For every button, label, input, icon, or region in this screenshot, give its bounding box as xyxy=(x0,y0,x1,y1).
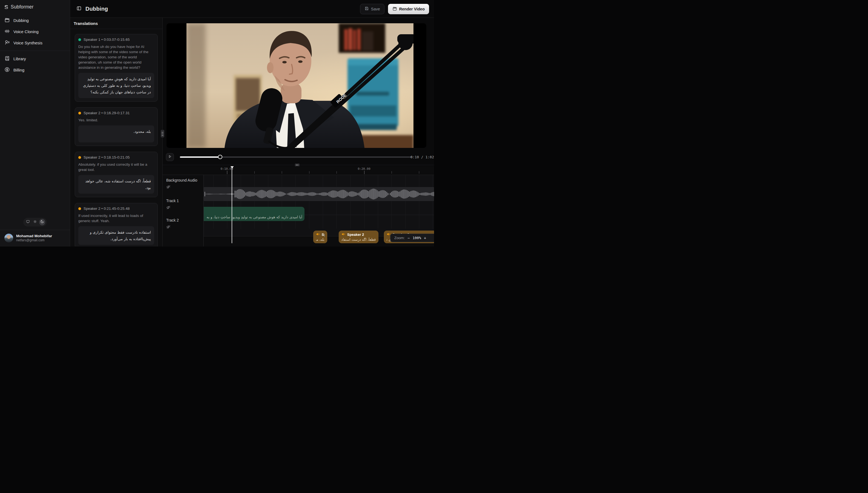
video-still: RODE xyxy=(186,23,414,148)
sidebar-item-dubbing[interactable]: Dubbing xyxy=(0,15,70,26)
segment-target-input[interactable]: استفاده نادرست فقط محتوای تکراری و پیش‌پ… xyxy=(78,226,154,245)
sidebar-item-library[interactable]: Library xyxy=(0,53,70,64)
zoom-label: Zoom: xyxy=(394,236,405,240)
speaker-dot xyxy=(78,112,81,114)
play-button[interactable] xyxy=(166,153,174,161)
clip-text: بله، محدود. xyxy=(316,237,325,241)
timeline: 0:10.000:20.00 آیا امیدی دارید که هوشِ م… xyxy=(163,166,434,246)
save-button-label: Save xyxy=(371,7,380,11)
ruler-label: 0:20.00 xyxy=(358,167,370,171)
segment-target-input[interactable]: بله، محدود. xyxy=(78,125,154,143)
sun-icon xyxy=(33,220,37,224)
editor-pane: RODE 0:10 / 1:02 0:10.000:20.00 xyxy=(163,18,434,246)
segment-label: Speaker 2 • 0:21.45-0:25.48 xyxy=(84,207,130,211)
panel-icon xyxy=(76,6,82,12)
gridline xyxy=(432,175,433,229)
segment-label: Speaker 2 • 0:18.15-0:21.05 xyxy=(84,155,130,159)
render-video-button[interactable]: Render Video xyxy=(388,4,429,14)
video-frame: RODE xyxy=(186,23,414,148)
muted-speaker-icon xyxy=(166,206,171,211)
sidebar-item-voice-synthesis[interactable]: Voice Synthesis xyxy=(0,37,70,48)
segment-card[interactable]: Speaker 2 • 0:18.15-0:21.05 Absolutely. … xyxy=(75,152,158,197)
seek-slider[interactable] xyxy=(180,155,412,159)
user-name: Mohamad Mohebifar xyxy=(16,234,52,239)
clapperboard-icon xyxy=(393,6,397,12)
sidebar-item-voice-cloning[interactable]: Voice Cloning xyxy=(0,26,70,37)
translations-title: Translations xyxy=(70,18,162,29)
ruler-tick xyxy=(364,171,364,174)
track2-clip[interactable]: Speaker 2 قطعاً، اگه درست استفاده شه، عا… xyxy=(339,231,378,243)
theme-dark-button[interactable] xyxy=(39,219,45,226)
gridline xyxy=(351,175,351,229)
speaker-icon xyxy=(341,232,345,237)
clip-speaker: Speaker 2 xyxy=(347,233,364,237)
speaker-dot xyxy=(78,38,81,41)
grip-dots-icon xyxy=(161,131,163,136)
segment-target-input[interactable]: آیا امیدی دارید که هوشِ مصنوعی به تولیدِ… xyxy=(78,73,154,98)
app-root: S Subformer Dubbing Voice Cloning Voice … xyxy=(0,0,434,246)
background-audio-clip[interactable] xyxy=(204,187,434,201)
theme-light-button[interactable] xyxy=(32,219,38,226)
time-display: 0:10 / 1:02 xyxy=(410,155,434,159)
segment-label: Speaker 1 • 0:03.07-0:15.65 xyxy=(84,38,130,42)
sidebar-item-label: Library xyxy=(14,57,26,61)
gridline xyxy=(364,175,364,229)
book-icon xyxy=(4,56,10,62)
segment-source-text: If used incorrectly, it will lead to loa… xyxy=(78,213,154,223)
playhead[interactable] xyxy=(232,166,232,243)
sidebar-nav: Dubbing Voice Cloning Voice Synthesis Li… xyxy=(0,15,70,76)
ruler-tick xyxy=(392,171,392,174)
speaker-dot xyxy=(78,156,81,159)
waveform-icon xyxy=(4,28,10,35)
zoom-in-button[interactable]: + xyxy=(424,236,426,240)
user-email: netfars@gmail.com xyxy=(16,238,52,242)
segment-card[interactable]: Speaker 1 • 0:03.07-0:15.65 Do you have … xyxy=(75,34,158,102)
segment-source-text: Yes. limited. xyxy=(78,117,154,123)
sidebar: S Subformer Dubbing Voice Cloning Voice … xyxy=(0,0,70,246)
logo[interactable]: S Subformer xyxy=(0,0,70,13)
ruler-tick xyxy=(336,171,337,174)
mute-button[interactable] xyxy=(166,224,172,230)
sidebar-toggle-button[interactable] xyxy=(75,5,83,12)
avatar xyxy=(4,234,13,242)
ruler-tick xyxy=(419,171,419,174)
panel-resize-handle[interactable] xyxy=(161,130,164,137)
ruler-tick xyxy=(254,171,255,174)
zoom-out-button[interactable]: − xyxy=(407,236,409,240)
playback-controls: 0:10 / 1:02 xyxy=(163,151,434,163)
track-headers: Background Audio Track 1 Track 2 xyxy=(163,175,204,246)
monitor-icon xyxy=(26,220,30,224)
mute-button[interactable] xyxy=(166,205,172,211)
grip-dots-icon xyxy=(296,164,299,166)
segment-target-input[interactable]: قطعاً، اگه درست استفاده شه، عالی خواهد ب… xyxy=(78,175,154,194)
sidebar-item-label: Voice Synthesis xyxy=(14,41,42,45)
logo-label: Subformer xyxy=(11,4,34,10)
clapperboard-icon xyxy=(4,17,10,24)
sidebar-item-label: Dubbing xyxy=(14,18,29,23)
segment-source-text: Absolutely. if you used correctly it wil… xyxy=(78,162,154,172)
segment-card[interactable]: Speaker 2 • 0:16.29-0:17.31 Yes. limited… xyxy=(75,107,158,146)
save-button[interactable]: Save xyxy=(360,4,384,14)
track-name: Background Audio xyxy=(166,178,203,183)
track-name: Track 1 xyxy=(166,198,203,203)
user-profile[interactable]: Mohamad Mohebifar netfars@gmail.com xyxy=(0,230,70,246)
segment-card[interactable]: Speaker 2 • 0:21.45-0:25.48 If used inco… xyxy=(75,203,158,246)
segment-source-text: Do you have uh do you have hope for AI h… xyxy=(78,44,154,70)
ruler-tick xyxy=(227,171,227,174)
zoom-control: Zoom: − 100% + xyxy=(390,234,434,242)
track1-clip[interactable]: آیا امیدی دارید که هوشِ مصنوعی به تولیدِ… xyxy=(204,207,305,221)
seek-fill xyxy=(180,156,220,158)
timeline-ruler[interactable]: 0:10.000:20.00 xyxy=(163,166,434,175)
gridline xyxy=(392,175,392,229)
video-player[interactable]: RODE xyxy=(166,23,426,148)
dollar-icon xyxy=(4,67,10,73)
gridline xyxy=(336,175,337,229)
speaker-icon xyxy=(316,232,320,237)
sidebar-item-billing[interactable]: Billing xyxy=(0,64,70,76)
seek-thumb[interactable] xyxy=(218,155,222,159)
mute-button[interactable] xyxy=(166,185,172,190)
zoom-value: 100% xyxy=(413,236,421,240)
clip-text: آیا امیدی دارید که هوشِ مصنوعی به تولیدِ… xyxy=(206,215,302,219)
track2-clip[interactable]: Speaker 2 بله، محدود. xyxy=(313,231,327,243)
theme-system-button[interactable] xyxy=(25,219,31,226)
